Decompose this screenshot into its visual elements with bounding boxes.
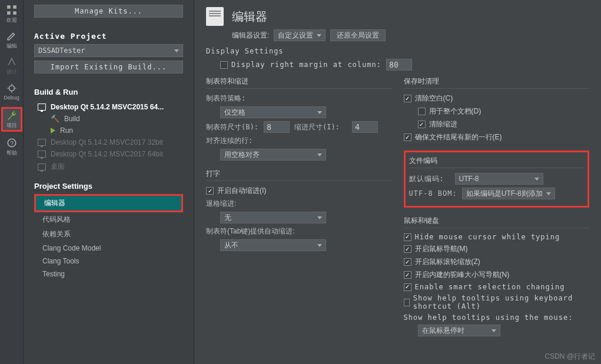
settings-deps[interactable]: 依赖关系 <box>34 227 183 242</box>
rail-help[interactable]: ?帮助 <box>1 136 22 158</box>
display-margin-check[interactable]: Display right margin at column: <box>220 61 381 69</box>
kit-desktop[interactable]: 桌面 <box>34 160 183 173</box>
svg-rect-3 <box>13 11 16 15</box>
settings-clang-model[interactable]: Clang Code Model <box>34 242 183 255</box>
display-settings-label: Display Settings <box>206 47 589 55</box>
whole-doc-check[interactable]: 用于整个文档(D) <box>418 106 482 116</box>
monitor-icon <box>38 103 46 111</box>
rail-design[interactable]: 设计 <box>1 55 22 76</box>
rail-welcome[interactable]: 欢迎 <box>1 4 22 25</box>
svg-point-4 <box>9 86 14 91</box>
tabs-group-title: 制表符和缩进 <box>206 76 392 89</box>
help-mouse-select[interactable]: 在鼠标悬停时 <box>418 325 500 336</box>
kit-active[interactable]: Desktop Qt 5.14.2 MSVC2015 64... <box>34 101 183 113</box>
indent-size-input[interactable] <box>352 121 378 133</box>
hide-cursor-check[interactable]: Hide mouse cursor while typing <box>404 233 560 241</box>
align-select[interactable]: 用空格对齐 <box>220 149 326 161</box>
ensure-nl-check[interactable]: 确保文件结尾有新的一行(E) <box>404 132 502 142</box>
svg-rect-0 <box>7 5 11 9</box>
typing-group-title: 打字 <box>206 169 392 181</box>
settings-editor[interactable]: 编辑器 <box>34 194 183 212</box>
encoding-group-title: 文件编码 <box>409 156 585 168</box>
main-content: 编辑器 编辑器设置: 自定义设置 还原全局设置 Display Settings… <box>194 0 601 364</box>
help-mouse-label: Show help tooltips using the mouse: <box>404 313 573 322</box>
clean-indent-check[interactable]: 清除缩进 <box>418 119 457 129</box>
project-settings-title: Project Settings <box>34 182 183 191</box>
clean-ws-check[interactable]: 清除空白(C) <box>404 93 453 103</box>
tab-autoindent-select[interactable]: 从不 <box>220 239 326 251</box>
svg-text:?: ? <box>10 140 14 146</box>
mouse-nav-check[interactable]: 开启鼠标导航(M) <box>404 244 468 254</box>
kit-2017-64[interactable]: Desktop Qt 5.14.2 MSVC2017 64bit <box>34 148 183 160</box>
rail-debug[interactable]: Debug <box>1 81 22 102</box>
hammer-icon: 🔨 <box>51 115 59 123</box>
bom-select[interactable]: 如果编码是UTF-8则添加 <box>462 188 555 199</box>
camel-nav-check[interactable]: 开启内建的驼峰大小写导航(N) <box>404 270 510 280</box>
tab-size-input[interactable] <box>264 121 290 133</box>
settings-testing[interactable]: Testing <box>34 268 183 280</box>
side-panel: Manage Kits... Active Project DSSADTeste… <box>24 0 194 364</box>
page-title: 编辑器 <box>232 9 267 25</box>
tab-policy-select[interactable]: 仅空格 <box>220 106 326 118</box>
play-icon <box>51 128 55 133</box>
rail-edit[interactable]: 编辑 <box>1 29 22 51</box>
editor-settings-dropdown[interactable]: 自定义设置 <box>274 29 326 41</box>
cleanup-group-title: 保存时清理 <box>404 76 590 89</box>
kit-2017-32[interactable]: Desktop Qt 5.14.2 MSVC2017 32bit <box>34 136 183 148</box>
svg-rect-1 <box>13 5 16 9</box>
default-encoding-select[interactable]: UTF-8 <box>455 173 543 185</box>
svg-rect-2 <box>7 11 11 15</box>
monitor-icon <box>38 139 46 146</box>
watermark: CSDN @行者记 <box>544 352 595 362</box>
restore-global-button[interactable]: 还原全局设置 <box>330 29 386 41</box>
mouse-group-title: 鼠标和键盘 <box>404 216 590 228</box>
chevron-down-icon <box>174 49 179 52</box>
kit-build[interactable]: 🔨Build <box>34 113 183 125</box>
margin-column-input[interactable] <box>386 59 412 71</box>
editor-settings-label: 编辑器设置: <box>232 31 269 41</box>
icon-rail: 欢迎 编辑 设计 Debug 项目 ?帮助 <box>0 0 24 364</box>
auto-indent-check[interactable]: 开启自动缩进(I) <box>206 186 266 196</box>
kit-run[interactable]: Run <box>34 125 183 136</box>
active-project-title: Active Project <box>34 32 183 41</box>
help-kb-check[interactable]: Show help tooltips using keyboard shortc… <box>404 294 590 310</box>
settings-clang-tools[interactable]: Clang Tools <box>34 255 183 268</box>
build-run-title: Build & Run <box>34 88 183 96</box>
mouse-zoom-check[interactable]: 开启鼠标滚轮缩放(Z) <box>404 257 480 267</box>
monitor-icon <box>38 163 46 171</box>
editor-icon <box>206 7 224 26</box>
backspace-select[interactable]: 无 <box>220 212 326 223</box>
smart-sel-check[interactable]: Enable smart selection changing <box>404 283 565 291</box>
manage-kits-button[interactable]: Manage Kits... <box>34 5 183 18</box>
monitor-icon <box>38 151 46 158</box>
rail-projects[interactable]: 项目 <box>1 107 22 132</box>
import-build-button[interactable]: Import Existing Build... <box>34 61 183 74</box>
project-dropdown[interactable]: DSSADTester <box>34 44 183 57</box>
settings-codestyle[interactable]: 代码风格 <box>34 212 183 227</box>
